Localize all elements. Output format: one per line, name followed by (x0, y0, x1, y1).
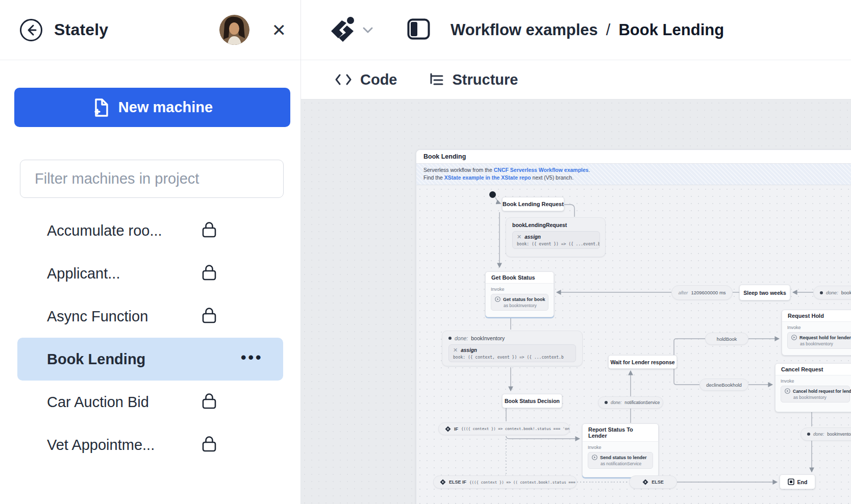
cncf-link[interactable]: CNCF Serverless Workflow examples (494, 167, 589, 173)
machine-label: Applicant... (47, 265, 120, 282)
state-node-cancel-request[interactable]: Cancel Request Invoke Cancel hold reques… (775, 363, 851, 412)
machine-card-title[interactable]: Book Lending (416, 150, 851, 164)
action-code: book: ({ event }) => ({ ...event.book, s… (517, 242, 595, 246)
event-keyword: done: (813, 432, 824, 437)
filter-machines-input[interactable] (20, 160, 284, 198)
done-dot-icon (807, 433, 810, 436)
done-notification-service-pill[interactable]: done: notificationService (598, 396, 663, 409)
event-target: bookInventory (471, 335, 505, 341)
state-node-end[interactable]: End (780, 474, 815, 489)
close-sidebar-button[interactable]: ✕ (272, 21, 287, 39)
main-panel: Workflow examples / Book Lending Code St… (301, 0, 851, 504)
machine-row-car-auction[interactable]: Car Auction Bid (17, 381, 283, 423)
invoke-box[interactable]: Get status for book as bookInventory (491, 294, 548, 311)
panel-toggle-button[interactable] (407, 18, 430, 41)
invoke-label: Invoke (588, 445, 653, 450)
filter-wrap (20, 160, 281, 198)
diagram-canvas[interactable]: Book Lending Serverless workflow from th… (301, 99, 851, 504)
invoke-as: as bookInventory (800, 341, 849, 346)
stately-logo-icon (329, 16, 356, 44)
guard-condition: {(({ context }) => (( context.book!.stat… (469, 480, 577, 485)
play-circle-icon (495, 296, 500, 302)
new-machine-button[interactable]: New machine (14, 88, 290, 127)
new-file-icon (92, 98, 109, 117)
done-dot-icon (820, 291, 823, 294)
state-node-book-status-decision[interactable]: Book Status Decision (502, 394, 562, 408)
after-delay-pill[interactable]: after 1209600000 ms (671, 285, 733, 300)
tab-structure-label: Structure (453, 71, 518, 88)
play-circle-icon (791, 335, 797, 340)
machine-label: Book Lending (47, 351, 145, 368)
assign-action-box[interactable]: ✕assign book: ({ context, event }) => ({… (448, 344, 576, 362)
assign-icon: ✕ (453, 347, 458, 354)
arrow-left-circle-icon (19, 18, 43, 42)
done-book-inventory-pill-top[interactable]: done: bookInvent (813, 286, 851, 299)
machine-row-vet-appointment[interactable]: Vet Appointme... (17, 423, 283, 466)
machine-row-applicant[interactable]: Applicant... (17, 252, 283, 295)
tab-code-label: Code (360, 71, 397, 88)
invoke-label: Invoke (787, 325, 851, 330)
event-panel-done-book-inventory[interactable]: done: bookInventory ✕assign book: ({ con… (442, 331, 583, 366)
state-title: Request Hold (782, 310, 851, 322)
invoke-box[interactable]: Request hold for lender as bookInventory (787, 332, 851, 349)
event-pill-decline-bookhold[interactable]: declineBookhold (699, 379, 748, 391)
guard-condition: {(({ context }) => context.book!.status … (461, 426, 570, 431)
avatar-photo (219, 15, 249, 45)
state-title: Get Book Status (486, 272, 554, 284)
guard-keyword: IF (454, 426, 458, 432)
state-node-request-hold[interactable]: Request Hold Invoke Request hold for len… (782, 310, 851, 356)
done-dot-icon (448, 337, 452, 340)
xstate-repo-link[interactable]: XState example in the XState repo (444, 174, 531, 181)
machine-row-book-lending[interactable]: Book Lending ••• (17, 338, 283, 381)
new-machine-label: New machine (118, 99, 213, 116)
machine-row-accumulate[interactable]: Accumulate roo... (17, 209, 283, 252)
back-button[interactable] (19, 18, 43, 42)
avatar[interactable] (219, 15, 249, 45)
state-title: Cancel Request (775, 364, 851, 375)
chevron-down-icon (362, 27, 373, 34)
machine-label: Async Function (47, 308, 148, 325)
breadcrumb: Workflow examples / Book Lending (450, 21, 724, 39)
state-node-wait-for-lender[interactable]: Wait for Lender response (608, 355, 677, 369)
guard-pill-if[interactable]: IF {(({ context }) => context.book!.stat… (438, 422, 570, 435)
guard-pill-else-if[interactable]: ELSE IF {(({ context }) => (( context.bo… (433, 475, 577, 489)
event-panel-book-lending-request[interactable]: bookLendingRequest ✕assign book: ({ even… (506, 217, 606, 257)
state-node-book-lending-request[interactable]: Book Lending Request (502, 197, 564, 211)
tab-code[interactable]: Code (335, 71, 397, 88)
breadcrumb-project[interactable]: Workflow examples (450, 21, 598, 39)
machine-label: Car Auction Bid (47, 394, 149, 411)
state-node-report-status-to-lender[interactable]: Report Status To Lender Invoke Send stat… (582, 423, 659, 477)
invoke-as: as notificationService (600, 461, 649, 466)
invoke-box[interactable]: Send status to lender as notificationSer… (588, 452, 653, 469)
assign-action-box[interactable]: ✕assign book: ({ event }) => ({ ...event… (512, 231, 600, 249)
machine-menu-button[interactable]: ••• (241, 349, 263, 366)
after-keyword: after (678, 290, 688, 295)
view-tabbar: Code Structure (301, 60, 851, 99)
event-keyword: done: (455, 335, 468, 341)
code-icon (335, 73, 352, 86)
initial-state-dot[interactable] (489, 191, 496, 198)
machine-list: Accumulate roo... Applicant... Async Fun… (0, 209, 301, 466)
guard-keyword: ELSE (652, 480, 664, 485)
state-node-sleep-two-weeks[interactable]: Sleep two weeks (739, 285, 790, 300)
app-window: Stately ✕ (0, 0, 851, 504)
event-pill-hold-book[interactable]: holdBook (705, 333, 748, 345)
stately-logo-button[interactable] (329, 16, 373, 44)
lock-icon (201, 435, 217, 455)
machine-label: Accumulate roo... (47, 222, 162, 239)
machine-row-async-function[interactable]: Async Function (17, 295, 283, 338)
editor-header: Workflow examples / Book Lending (301, 0, 851, 60)
guard-pill-else[interactable]: ELSE (629, 475, 677, 489)
state-node-get-book-status[interactable]: Get Book Status Invoke Get status for bo… (485, 271, 554, 317)
event-target: notificationService (624, 400, 660, 405)
invoke-box[interactable]: Cancel hold request for lender as bookIn… (781, 386, 850, 402)
action-label: assign (461, 347, 477, 353)
invoke-as: as bookInventory (793, 395, 846, 400)
done-book-inventory-pill-bottom[interactable]: done: bookInventory (800, 427, 851, 441)
machine-card-description: Serverless workflow from the CNCF Server… (416, 164, 851, 185)
guard-keyword: ELSE IF (449, 480, 466, 485)
sidebar: Stately ✕ (0, 0, 301, 504)
tab-structure[interactable]: Structure (429, 71, 518, 88)
final-state-icon (788, 478, 794, 485)
event-name: bookLendingRequest (512, 222, 599, 228)
